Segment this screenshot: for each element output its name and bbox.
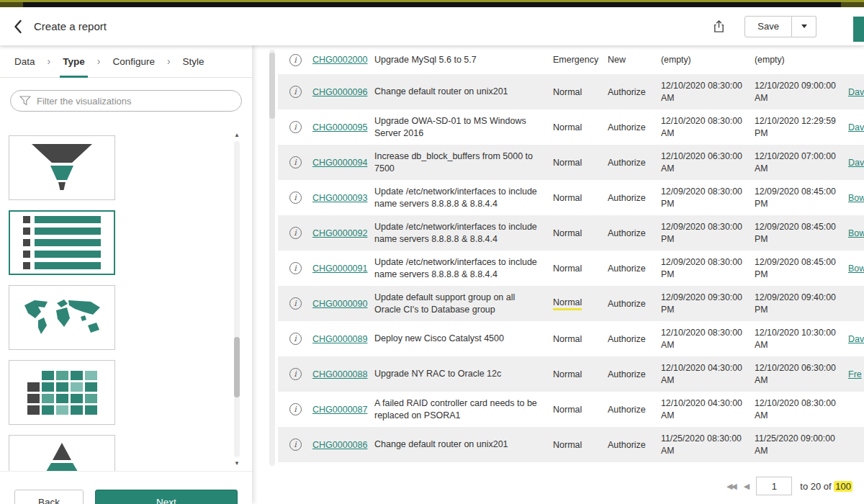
change-number-link[interactable]: CHG0000091 [312,264,367,274]
state-cell: New [608,55,661,65]
scroll-up-icon[interactable]: ▲ [233,132,241,138]
planned-start-cell: 12/10/2020 06:30:00 AM [661,150,755,174]
table-row: iCHG0000094Increase db_block_buffers fro… [278,145,864,180]
viz-list-scrollbar[interactable]: ▲ ▼ [233,132,241,467]
requested-by-cell[interactable]: Bow [848,264,864,274]
requested-by-cell[interactable]: Dav [848,87,864,97]
tab-style[interactable]: Style [180,45,207,78]
table-row: iCHG0000090Update default support group … [278,286,864,321]
info-icon[interactable]: i [289,86,302,98]
viz-option-heatmap[interactable] [9,360,115,425]
planned-end-cell: 12/10/2020 09:00:00 AM [755,80,848,104]
short-description-cell: Update /etc/network/interfaces to includ… [374,256,553,281]
heatmap-cell [85,394,97,403]
share-icon[interactable] [712,19,726,33]
requested-by-cell[interactable]: Fre [848,369,862,379]
table-scrollbar[interactable] [269,50,275,466]
filter-funnel-icon [19,96,31,109]
short-description-cell: Upgrade MySql 5.6 to 5.7 [374,54,553,66]
heatmap-cell [85,382,97,392]
priority-cell: Emergency [553,55,598,65]
requested-by-cell[interactable]: Dav [848,122,864,132]
short-description-cell: Change default router on unix201 [374,86,553,98]
requested-by-cell[interactable]: Bow [848,193,864,203]
viz-option-list[interactable] [9,210,115,275]
info-icon[interactable]: i [289,227,302,239]
viz-option-pyramid[interactable] [9,435,115,471]
heatmap-cell [56,405,68,415]
info-icon[interactable]: i [289,438,302,451]
topbar-right-accent [841,2,864,7]
planned-start-cell: 12/09/2020 08:30:00 PM [661,186,755,210]
tab-configure[interactable]: Configure [109,45,158,78]
requested-by-cell[interactable]: Bow [848,228,864,238]
save-dropdown-button[interactable] [792,16,816,37]
planned-start-cell: 12/09/2020 08:30:00 PM [661,256,755,280]
info-icon[interactable]: i [289,333,302,345]
pagination-range-label: to 20 of [800,481,831,492]
info-icon[interactable]: i [289,368,302,380]
change-number-link[interactable]: CHG0000094 [312,158,367,168]
change-number-link[interactable]: CHG0000089 [312,334,367,344]
state-cell: Authorize [608,158,661,168]
priority-cell: Normal [553,369,582,379]
change-number-link[interactable]: CHG0000093 [312,193,367,203]
tab-type-label: Type [63,56,85,67]
table-row: iCHG0000093Update /etc/network/interface… [278,180,864,215]
change-number-link[interactable]: CHG0000095 [312,122,367,132]
info-icon[interactable]: i [289,54,302,66]
change-number-link[interactable]: CHG0002000 [312,55,367,65]
info-icon[interactable]: i [289,262,302,274]
back-chevron-icon[interactable] [13,19,22,34]
heatmap-cell [56,394,68,403]
pagination-range: to 20 of 100 [800,481,852,492]
change-number-link[interactable]: CHG0000092 [312,228,367,238]
info-icon[interactable]: i [289,297,302,310]
tab-type[interactable]: Type [60,45,88,78]
short-description-cell: Update /etc/network/interfaces to includ… [374,221,553,246]
tab-data-label: Data [14,56,35,67]
change-number-link[interactable]: CHG0000086 [312,440,367,450]
scroll-down-icon[interactable]: ▼ [233,460,241,467]
info-icon[interactable]: i [289,121,302,133]
page-number-input[interactable] [756,477,792,495]
visualization-list [0,130,252,471]
table-scrollbar-thumb[interactable] [269,53,275,119]
planned-end-cell: 12/09/2020 08:45:00 PM [755,186,848,210]
short-description-cell: Upgrade NY RAC to Oracle 12c [374,368,553,380]
short-description-cell: Increase db_block_buffers from 5000 to 7… [374,150,553,175]
heatmap-cell [27,382,40,392]
wizard-breadcrumb: Data › Type › Configure › Style [0,45,252,78]
info-icon[interactable]: i [289,156,302,168]
first-page-icon[interactable]: ◀◀ [726,482,736,491]
back-button[interactable]: Back [14,490,84,504]
heatmap-grid [27,371,97,415]
next-button[interactable]: Next [95,490,238,504]
short-description-cell: Change default router on unix201 [374,438,553,451]
info-icon[interactable]: i [289,403,302,415]
filter-visualizations-input[interactable] [10,90,242,112]
list-chart-icon [23,216,101,269]
priority-cell: Normal [553,440,582,450]
state-cell: Authorize [608,369,661,379]
scrollbar-track[interactable] [234,141,240,457]
change-number-link[interactable]: CHG0000096 [312,87,367,97]
info-icon[interactable]: i [289,192,302,204]
change-number-link[interactable]: CHG0000090 [312,299,367,309]
previous-page-icon[interactable]: ◀ [744,482,748,491]
change-number-link[interactable]: CHG0000088 [312,369,367,379]
requested-by-cell[interactable]: Dav [848,334,864,344]
scrollbar-thumb[interactable] [234,337,240,397]
save-split-button: Save [744,16,816,37]
save-button[interactable]: Save [744,16,792,37]
short-description-cell: Deploy new Cisco Catalyst 4500 [374,333,553,345]
planned-end-cell: 12/10/2020 06:30:00 AM [755,362,848,386]
priority-cell: Normal [553,334,582,344]
change-number-link[interactable]: CHG0000087 [312,405,367,415]
tab-data[interactable]: Data [12,45,38,78]
heatmap-cell [71,371,83,380]
viz-option-funnel[interactable] [9,135,115,200]
requested-by-cell[interactable]: Dav [848,158,864,168]
planned-start-cell: 12/10/2020 08:30:00 AM [661,115,755,139]
viz-option-map[interactable] [9,285,115,350]
